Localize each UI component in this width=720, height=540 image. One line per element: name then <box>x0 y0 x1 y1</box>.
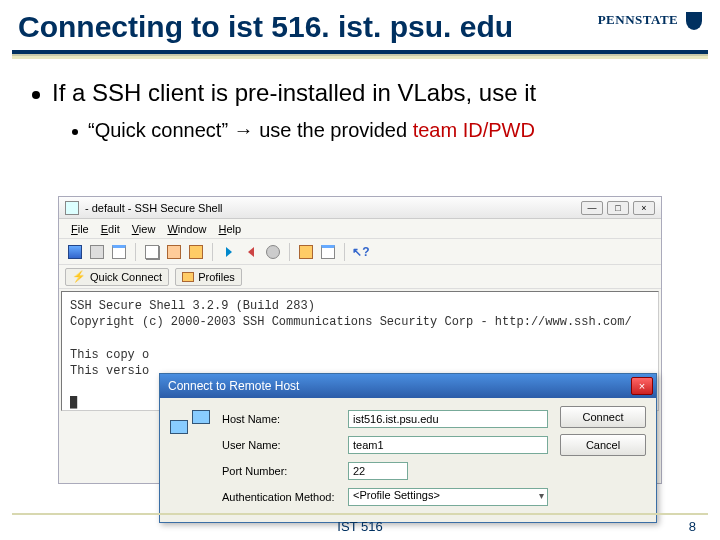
folder-icon <box>182 272 194 282</box>
help-arrow-icon[interactable]: ↖? <box>351 242 371 262</box>
dialog-body: Host Name: User Name: Port Number: Authe… <box>160 398 656 522</box>
slide-footer: IST 516 8 <box>0 519 720 534</box>
toolbar: ↖? <box>59 239 661 265</box>
settings-icon[interactable] <box>263 242 283 262</box>
window-controls: — □ × <box>581 201 655 215</box>
port-input[interactable] <box>348 462 408 480</box>
menu-view[interactable]: View <box>128 223 160 235</box>
bullet2-quote: “Quick connect” <box>88 119 228 141</box>
cancel-button[interactable]: Cancel <box>560 434 646 456</box>
brand-logo: PENNSTATE <box>598 12 702 30</box>
sheet-icon[interactable] <box>109 242 129 262</box>
quick-connect-label: Quick Connect <box>90 271 162 283</box>
bullet-dot-icon <box>32 91 40 99</box>
paste-icon[interactable] <box>164 242 184 262</box>
window-title-text: - default - SSH Secure Shell <box>85 202 223 214</box>
save-icon[interactable] <box>65 242 85 262</box>
menu-help[interactable]: Help <box>215 223 246 235</box>
clipboard-icon[interactable] <box>186 242 206 262</box>
new-icon[interactable] <box>318 242 338 262</box>
profiles-label: Profiles <box>198 271 235 283</box>
menubar: File Edit View Window Help <box>59 219 661 239</box>
bullet2-text: “Quick connect” → use the provided team … <box>88 119 535 142</box>
bullet-level2: “Quick connect” → use the provided team … <box>0 119 720 156</box>
dialog-buttons: Connect Cancel <box>560 406 646 510</box>
user-input[interactable] <box>348 436 548 454</box>
network-icon <box>170 406 212 448</box>
menu-window[interactable]: Window <box>163 223 210 235</box>
window-titlebar: - default - SSH Secure Shell — □ × <box>59 197 661 219</box>
minimize-button[interactable]: — <box>581 201 603 215</box>
toolbar-separator <box>212 243 213 261</box>
toolbar-separator <box>289 243 290 261</box>
arrow-icon: → <box>228 119 259 141</box>
app-icon <box>65 201 79 215</box>
close-button[interactable]: × <box>633 201 655 215</box>
footer-page-number: 8 <box>689 519 696 534</box>
footer-divider <box>12 513 708 515</box>
lightning-icon: ⚡ <box>72 270 86 283</box>
brand-text: PENNSTATE <box>598 12 679 27</box>
port-label: Port Number: <box>222 465 342 477</box>
profiles-button[interactable]: Profiles <box>175 268 242 286</box>
menu-edit[interactable]: Edit <box>97 223 124 235</box>
bullet2-mid: use the provided <box>259 119 412 141</box>
bullet1-text: If a SSH client is pre-installed in VLab… <box>52 79 536 107</box>
copy-icon[interactable] <box>142 242 162 262</box>
print-icon[interactable] <box>87 242 107 262</box>
dialog-close-button[interactable]: × <box>631 377 653 395</box>
toolbar-separator <box>344 243 345 261</box>
folder-icon[interactable] <box>296 242 316 262</box>
connect-icon[interactable] <box>219 242 239 262</box>
bullet-dot-icon <box>72 129 78 135</box>
host-input[interactable] <box>348 410 548 428</box>
maximize-button[interactable]: □ <box>607 201 629 215</box>
footer-course: IST 516 <box>337 519 382 534</box>
title-accent <box>12 56 708 59</box>
menu-file[interactable]: File <box>67 223 93 235</box>
dialog-form: Host Name: User Name: Port Number: Authe… <box>222 406 550 510</box>
dialog-titlebar: Connect to Remote Host × <box>160 374 656 398</box>
connect-button[interactable]: Connect <box>560 406 646 428</box>
user-label: User Name: <box>222 439 342 451</box>
quick-connect-button[interactable]: ⚡ Quick Connect <box>65 268 169 286</box>
quickconnect-bar: ⚡ Quick Connect Profiles <box>59 265 661 289</box>
dialog-title-text: Connect to Remote Host <box>168 379 299 393</box>
bullet2-red: team ID/PWD <box>413 119 535 141</box>
bullet-level1: If a SSH client is pre-installed in VLab… <box>0 77 720 119</box>
toolbar-separator <box>135 243 136 261</box>
shield-icon <box>686 12 702 30</box>
connect-dialog: Connect to Remote Host × Host Name: User… <box>159 373 657 523</box>
title-underline <box>12 50 708 54</box>
auth-label: Authentication Method: <box>222 491 342 503</box>
host-label: Host Name: <box>222 413 342 425</box>
disconnect-icon[interactable] <box>241 242 261 262</box>
auth-select[interactable]: <Profile Settings> <box>348 488 548 506</box>
ssh-window: - default - SSH Secure Shell — □ × File … <box>58 196 662 484</box>
